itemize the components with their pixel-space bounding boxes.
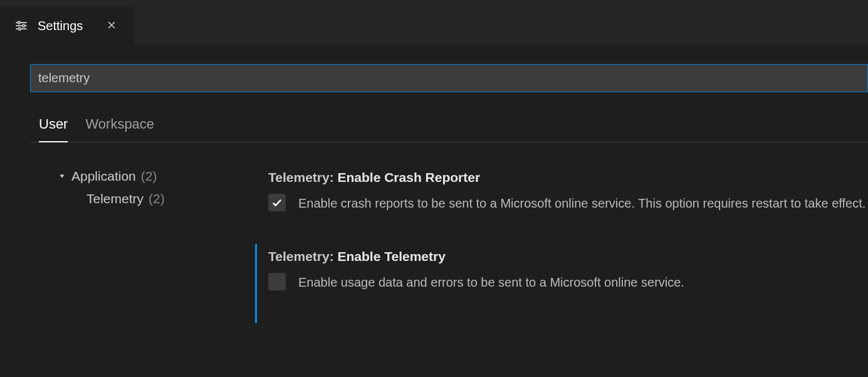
setting-prefix: Telemetry: — [268, 170, 338, 184]
setting-title: Telemetry: Enable Crash Reporter — [268, 170, 868, 185]
tab-settings[interactable]: Settings — [0, 6, 134, 45]
tree-item-application[interactable]: Application (2) — [58, 165, 268, 188]
settings-icon — [15, 19, 28, 32]
setting-prefix: Telemetry: — [268, 249, 338, 263]
search-input[interactable] — [30, 64, 868, 92]
editor-tab-bar: Settings — [0, 6, 868, 45]
setting-name: Enable Crash Reporter — [338, 170, 481, 184]
svg-point-3 — [18, 21, 20, 24]
tree-item-count: (2) — [141, 169, 157, 184]
scope-tabs: User Workspace — [30, 116, 868, 142]
settings-list: Telemetry: Enable Crash Reporter Enable … — [268, 165, 868, 323]
checkbox-enable-crash-reporter[interactable] — [268, 194, 286, 211]
setting-description: Enable usage data and errors to be sent … — [298, 272, 684, 293]
tree-item-count: (2) — [149, 191, 165, 206]
setting-name: Enable Telemetry — [338, 249, 446, 263]
tree-item-label: Telemetry — [86, 191, 144, 206]
settings-tree: Application (2) Telemetry (2) — [30, 165, 268, 323]
settings-editor: User Workspace Application (2) Telemetry… — [0, 45, 868, 323]
setting-title: Telemetry: Enable Telemetry — [268, 249, 868, 264]
setting-enable-crash-reporter: Telemetry: Enable Crash Reporter Enable … — [268, 165, 868, 244]
title-bar — [0, 0, 868, 6]
svg-point-5 — [19, 28, 21, 30]
checkbox-enable-telemetry[interactable] — [268, 273, 286, 290]
chevron-down-icon — [58, 172, 66, 181]
setting-enable-telemetry: Telemetry: Enable Telemetry Enable usage… — [255, 244, 868, 323]
tree-item-telemetry[interactable]: Telemetry (2) — [58, 188, 268, 210]
setting-description: Enable crash reports to be sent to a Mic… — [298, 193, 865, 214]
tab-label: Settings — [38, 19, 83, 33]
svg-point-4 — [23, 24, 25, 27]
tab-workspace[interactable]: Workspace — [85, 116, 154, 142]
tree-item-label: Application — [71, 169, 136, 184]
tab-user[interactable]: User — [39, 116, 68, 142]
close-icon[interactable] — [104, 19, 119, 33]
